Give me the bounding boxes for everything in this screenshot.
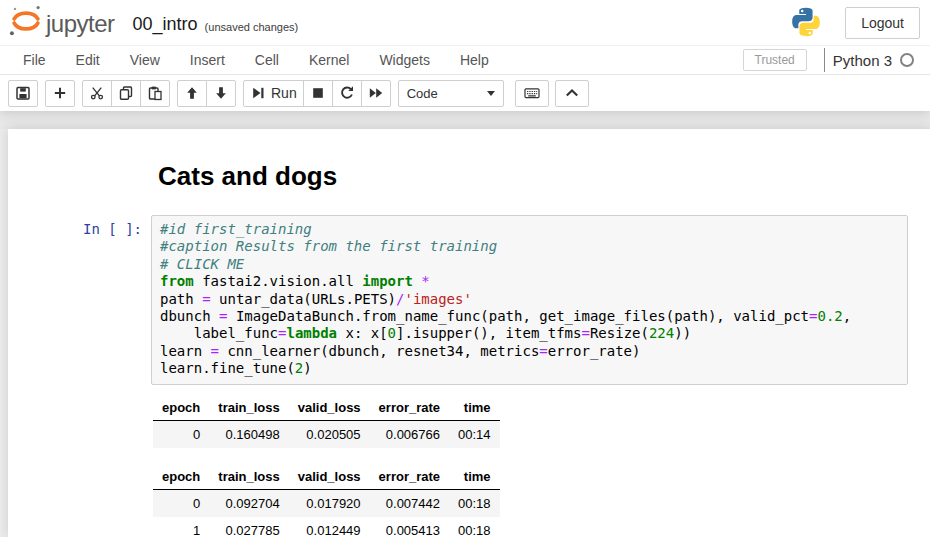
jupyter-wordmark: jupyter	[46, 10, 115, 38]
table-cell: 00:18	[449, 517, 500, 537]
menu-item-cell[interactable]: Cell	[240, 47, 294, 73]
column-header-valid_loss: valid_loss	[289, 465, 370, 490]
menu-item-edit[interactable]: Edit	[61, 47, 115, 73]
kernel-divider	[824, 48, 825, 72]
add-cell-button[interactable]	[45, 80, 75, 107]
code-line: learn.fine_tune(2)	[160, 360, 907, 377]
markdown-cell: Cats and dogs	[8, 155, 930, 215]
run-button-label: Run	[271, 85, 297, 101]
chevron-up-button[interactable]	[555, 80, 589, 107]
toolbar-extras	[516, 80, 596, 107]
table-cell: 00:14	[449, 420, 500, 448]
code-line: #id first_training	[160, 221, 907, 238]
table-cell: 0.012449	[289, 517, 370, 537]
menu-item-view[interactable]: View	[115, 47, 175, 73]
run-button[interactable]: Run	[243, 80, 304, 107]
table-cell: 0.092704	[209, 489, 288, 517]
table-cell: 0	[153, 489, 209, 517]
column-header-epoch: epoch	[153, 465, 209, 490]
toolbar-button-group	[177, 80, 236, 107]
save-button[interactable]	[8, 80, 38, 107]
menu-item-insert[interactable]: Insert	[175, 47, 240, 73]
menu-item-widgets[interactable]: Widgets	[364, 47, 445, 73]
menu-items: FileEditViewInsertCellKernelWidgetsHelp	[8, 47, 504, 73]
move-up-button[interactable]	[177, 80, 207, 107]
jupyter-logo[interactable]: jupyter	[8, 3, 115, 43]
cell-type-value: Code	[407, 86, 438, 101]
move-up-icon	[184, 85, 200, 101]
notebook-title[interactable]: 00_intro	[133, 14, 198, 35]
column-header-train_loss: train_loss	[209, 396, 288, 421]
code-line: dbunch = ImageDataBunch.from_name_func(p…	[160, 308, 907, 325]
code-cell: In [ ]: #id first_training#caption Resul…	[8, 215, 930, 385]
logout-button[interactable]: Logout	[845, 7, 920, 39]
code-line: learn = cnn_learner(dbunch, resnet34, me…	[160, 343, 907, 360]
page-background-band	[0, 111, 930, 129]
move-down-icon	[213, 85, 229, 101]
training-results-table-1: epochtrain_lossvalid_losserror_ratetime0…	[153, 396, 500, 448]
code-line: path = untar_data(URLs.PETS)/'images'	[160, 291, 907, 308]
chevron-up-icon	[564, 85, 580, 101]
kernel-name: Python 3	[833, 52, 892, 69]
command-palette-icon	[524, 85, 540, 101]
table-cell: 0.006766	[370, 420, 449, 448]
paste-icon	[147, 85, 163, 101]
column-header-error_rate: error_rate	[370, 465, 449, 490]
menu-item-help[interactable]: Help	[445, 47, 504, 73]
cut-button[interactable]	[82, 80, 112, 107]
toolbar-button-group	[82, 80, 170, 107]
column-header-epoch: epoch	[153, 396, 209, 421]
code-line: #caption Results from the first training	[160, 238, 907, 255]
table-cell: 1	[153, 517, 209, 537]
code-editor[interactable]: #id first_training#caption Results from …	[151, 215, 908, 385]
header-block: jupyter 00_intro (unsaved changes) Logou…	[0, 0, 930, 111]
column-header-train_loss: train_loss	[209, 465, 288, 490]
cut-icon	[89, 85, 105, 101]
restart-button[interactable]	[332, 80, 362, 107]
add-cell-icon	[52, 85, 68, 101]
toolbar-button-group: Run	[243, 80, 391, 107]
table-cell: 00:18	[449, 489, 500, 517]
menubar: FileEditViewInsertCellKernelWidgetsHelp …	[0, 45, 930, 75]
checkpoint-status: (unsaved changes)	[205, 21, 299, 33]
column-header-valid_loss: valid_loss	[289, 396, 370, 421]
output-area: epochtrain_lossvalid_losserror_ratetime0…	[153, 396, 930, 537]
stop-button[interactable]	[303, 80, 333, 107]
run-icon	[250, 85, 266, 101]
kernel-idle-indicator-icon	[900, 53, 914, 67]
toolbar-button-group	[8, 80, 38, 107]
move-down-button[interactable]	[206, 80, 236, 107]
table-cell: 0.160498	[209, 420, 288, 448]
table-cell: 0.027785	[209, 517, 288, 537]
table-cell: 0	[153, 420, 209, 448]
input-prompt: In [ ]:	[83, 221, 142, 237]
menu-item-file[interactable]: File	[8, 47, 61, 73]
cell-type-dropdown[interactable]: Code	[398, 80, 504, 107]
table-row: 00.0927040.0179200.00744200:18	[153, 489, 500, 517]
command-palette-button[interactable]	[515, 80, 549, 107]
trusted-badge[interactable]: Trusted	[743, 49, 807, 71]
stop-icon	[310, 85, 326, 101]
python-logo-icon	[789, 5, 823, 43]
menu-item-kernel[interactable]: Kernel	[294, 47, 364, 73]
jupyter-logo-icon	[8, 3, 44, 43]
table-cell: 0.007442	[370, 489, 449, 517]
table-cell: 0.020505	[289, 420, 370, 448]
toolbar: Run Code	[0, 75, 930, 111]
restart-run-all-button[interactable]	[361, 80, 391, 107]
caret-down-icon	[487, 91, 495, 96]
table-cell: 0.017920	[289, 489, 370, 517]
column-header-error_rate: error_rate	[370, 396, 449, 421]
header-bar: jupyter 00_intro (unsaved changes) Logou…	[0, 0, 930, 45]
copy-icon	[118, 85, 134, 101]
input-prompt-area: In [ ]:	[8, 215, 151, 385]
code-line: from fastai2.vision.all import *	[160, 273, 907, 290]
markdown-prompt-spacer	[8, 155, 151, 215]
paste-button[interactable]	[140, 80, 170, 107]
notebook-container: Cats and dogs In [ ]: #id first_training…	[8, 129, 930, 537]
code-line: # CLICK ME	[160, 256, 907, 273]
restart-run-all-icon	[368, 85, 384, 101]
column-header-time: time	[449, 396, 500, 421]
column-header-time: time	[449, 465, 500, 490]
copy-button[interactable]	[111, 80, 141, 107]
